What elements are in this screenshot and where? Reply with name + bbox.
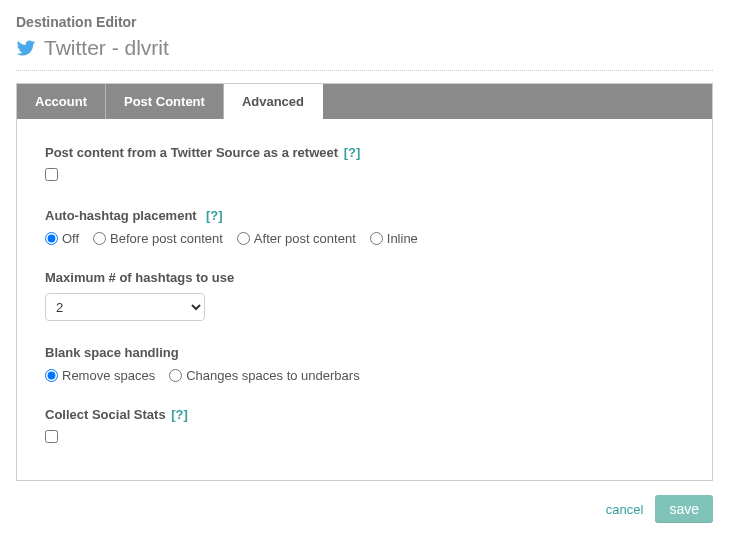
section-blank-space: Blank space handling Remove spaces Chang… [45,345,684,383]
hashtag-option-after-label: After post content [254,231,356,246]
hashtag-option-inline[interactable]: Inline [370,231,418,246]
hashtag-placement-options: Off Before post content After post conte… [45,231,684,246]
hashtag-option-before[interactable]: Before post content [93,231,223,246]
retweet-checkbox[interactable] [45,168,58,181]
collect-stats-checkbox[interactable] [45,430,58,443]
hashtag-placement-label-text: Auto-hashtag placement [45,208,197,223]
hashtag-radio-inline[interactable] [370,232,383,245]
section-max-hashtags: Maximum # of hashtags to use 2 [45,270,684,321]
blank-space-options: Remove spaces Changes spaces to underbar… [45,368,684,383]
tab-bar: Account Post Content Advanced [17,84,712,119]
section-collect-stats: Collect Social Stats [?] [45,407,684,446]
blank-space-option-underbar[interactable]: Changes spaces to underbars [169,368,359,383]
blank-space-remove-label: Remove spaces [62,368,155,383]
hashtag-placement-label: Auto-hashtag placement [?] [45,208,684,223]
section-hashtag-placement: Auto-hashtag placement [?] Off Before po… [45,208,684,246]
hashtag-option-after[interactable]: After post content [237,231,356,246]
tab-post-content[interactable]: Post Content [106,84,224,119]
settings-panel: Account Post Content Advanced Post conte… [16,83,713,481]
hashtag-placement-help-icon[interactable]: [?] [206,208,223,223]
hashtag-radio-before[interactable] [93,232,106,245]
hashtag-option-before-label: Before post content [110,231,223,246]
tab-account[interactable]: Account [17,84,106,119]
blank-space-label: Blank space handling [45,345,684,360]
blank-space-radio-underbar[interactable] [169,369,182,382]
cancel-link[interactable]: cancel [606,502,644,517]
max-hashtags-select[interactable]: 2 [45,293,205,321]
tab-advanced[interactable]: Advanced [224,84,323,120]
hashtag-option-off-label: Off [62,231,79,246]
hashtag-radio-off[interactable] [45,232,58,245]
section-retweet: Post content from a Twitter Source as a … [45,145,684,184]
footer-actions: cancel save [16,495,713,523]
collect-stats-label: Collect Social Stats [?] [45,407,684,422]
hashtag-option-off[interactable]: Off [45,231,79,246]
blank-space-option-remove[interactable]: Remove spaces [45,368,155,383]
blank-space-underbar-label: Changes spaces to underbars [186,368,359,383]
subtitle-row: Twitter - dlvrit [16,36,713,60]
tab-body-advanced: Post content from a Twitter Source as a … [17,119,712,480]
divider [16,70,713,71]
max-hashtags-label: Maximum # of hashtags to use [45,270,684,285]
hashtag-radio-after[interactable] [237,232,250,245]
destination-name: Twitter - dlvrit [44,36,169,60]
twitter-icon [16,38,36,58]
retweet-label: Post content from a Twitter Source as a … [45,145,684,160]
hashtag-option-inline-label: Inline [387,231,418,246]
save-button[interactable]: save [655,495,713,523]
page-title: Destination Editor [16,14,713,30]
collect-stats-help-icon[interactable]: [?] [171,407,188,422]
retweet-help-icon[interactable]: [?] [344,145,361,160]
blank-space-radio-remove[interactable] [45,369,58,382]
retweet-label-text: Post content from a Twitter Source as a … [45,145,338,160]
collect-stats-label-text: Collect Social Stats [45,407,166,422]
